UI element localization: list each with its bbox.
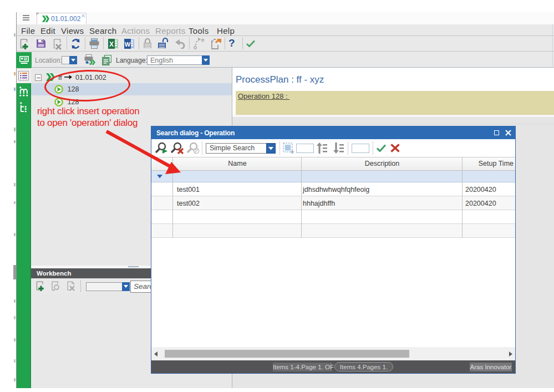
svg-text:W: W [125, 41, 131, 48]
svg-text:X: X [109, 40, 114, 48]
